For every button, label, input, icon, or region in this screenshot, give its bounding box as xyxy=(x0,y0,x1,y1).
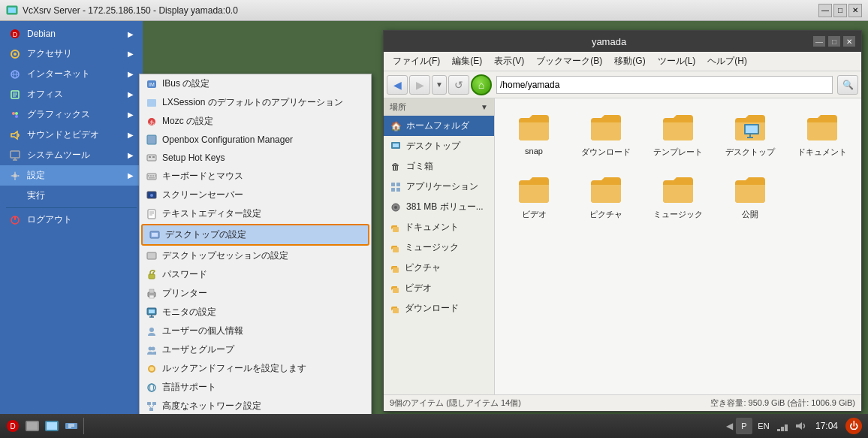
tray-icon-en[interactable]: EN xyxy=(755,418,772,434)
sidebar-item-accessory[interactable]: アクセサリ ▶ xyxy=(0,44,143,64)
menu-item-network[interactable]: 高度なネットワーク設定 xyxy=(140,397,371,415)
sidebar-item-systemtools[interactable]: システムツール ▶ xyxy=(0,145,143,165)
fm-search-button[interactable]: 🔍 xyxy=(837,75,858,95)
file-item-templates[interactable]: テンプレート xyxy=(645,104,711,161)
sidebar-item-logout[interactable]: ログアウト xyxy=(0,210,143,230)
menu-item-password[interactable]: パスワード xyxy=(140,265,371,284)
fm-sidebar-item-video[interactable]: ビデオ xyxy=(384,278,494,298)
menu-item-hotkeys[interactable]: Setup Hot Keys xyxy=(140,149,371,167)
menu-item-mozc[interactable]: あ Mozc の設定 xyxy=(140,112,371,131)
systemtools-arrow: ▶ xyxy=(128,151,134,159)
tray-icon-p[interactable]: P xyxy=(736,418,752,434)
fm-address-input[interactable] xyxy=(496,76,833,94)
fm-back-button[interactable]: ◀ xyxy=(387,75,408,95)
fm-menu-bookmarks[interactable]: ブックマーク(B) xyxy=(530,52,608,71)
fm-main: snap ダウンロード テンプレート xyxy=(495,98,861,394)
desktop-session-icon xyxy=(146,250,158,262)
menu-item-monitor[interactable]: モニタの設定 xyxy=(140,303,371,322)
fm-minimize-button[interactable]: — xyxy=(813,36,825,47)
svg-rect-86 xyxy=(393,267,399,273)
trash-sidebar-icon: 🗑 xyxy=(390,161,402,173)
menu-item-desktop-settings[interactable]: デスクトップの設定 xyxy=(141,224,369,246)
outer-minimize-button[interactable]: — xyxy=(818,4,832,17)
menu-item-desktop-session[interactable]: デスクトップセッションの設定 xyxy=(140,246,371,265)
sidebar-item-office[interactable]: オフィス ▶ xyxy=(0,84,143,104)
outer-close-button[interactable]: ✕ xyxy=(848,4,862,17)
context-menu: IM IBus の設定 LXSession のデフォルトのアプリケーション あ … xyxy=(139,74,372,435)
taskbar-icon-2[interactable] xyxy=(23,416,42,436)
file-item-public[interactable]: 公開 xyxy=(717,167,783,223)
menu-item-userinfo-label: ユーザーの個人情報 xyxy=(162,325,362,337)
svg-rect-81 xyxy=(396,188,400,192)
fm-maximize-button[interactable]: □ xyxy=(828,36,840,47)
menu-item-usergroup[interactable]: ユーザとグループ xyxy=(140,340,371,359)
taskbar-icon-3[interactable] xyxy=(42,416,62,436)
fm-sidebar-item-pictures[interactable]: ピクチャ xyxy=(384,258,494,278)
file-item-desktop[interactable]: デスクトップ xyxy=(717,104,783,161)
accessory-label: アクセサリ xyxy=(27,47,122,60)
fm-sidebar-header-arrow: ▼ xyxy=(481,103,488,111)
svg-rect-70 xyxy=(149,408,153,411)
fm-dropdown-button[interactable]: ▼ xyxy=(432,75,447,95)
file-item-pictures[interactable]: ピクチャ xyxy=(573,167,639,223)
fm-menu-file[interactable]: ファイル(F) xyxy=(387,52,446,71)
tray-icon-power[interactable]: ⏻ xyxy=(845,418,862,434)
sidebar-item-debian[interactable]: D Debian ▶ xyxy=(0,24,143,44)
menu-item-ibus[interactable]: IM IBus の設定 xyxy=(140,74,371,93)
fm-forward-button[interactable]: ▶ xyxy=(409,75,430,95)
svg-rect-58 xyxy=(149,310,155,313)
svg-point-45 xyxy=(150,194,153,197)
sidebar-item-graphics[interactable]: グラフィックス ▶ xyxy=(0,104,143,125)
menu-item-keyboard-label: キーボードとマウス xyxy=(162,170,362,183)
fm-sidebar-item-apps[interactable]: アプリケーション xyxy=(384,177,494,197)
taskbar-icon-4[interactable] xyxy=(62,416,81,436)
file-item-downloads[interactable]: ダウンロード xyxy=(573,104,639,161)
fm-sidebar-item-docs[interactable]: ドキュメント xyxy=(384,217,494,237)
fm-close-button[interactable]: ✕ xyxy=(843,36,855,47)
fm-sidebar-downloads-label: ダウンロード xyxy=(405,302,459,315)
menu-item-texteditor[interactable]: テキストエディター設定 xyxy=(140,204,371,223)
menu-item-userinfo[interactable]: ユーザーの個人情報 xyxy=(140,322,371,340)
graphics-arrow: ▶ xyxy=(128,110,134,119)
menu-item-keyboard[interactable]: キーボードとマウス xyxy=(140,167,371,186)
file-item-music[interactable]: ミュージック xyxy=(645,167,711,223)
fm-menu-view[interactable]: 表示(V) xyxy=(488,52,530,71)
file-item-snap[interactable]: snap xyxy=(501,104,567,161)
fm-sidebar-item-vol[interactable]: 381 MB ボリュー... xyxy=(384,197,494,217)
menu-item-openbox[interactable]: Openbox Configuration Manager xyxy=(140,131,371,149)
fm-menu-move[interactable]: 移動(G) xyxy=(608,52,651,71)
menu-item-screensaver[interactable]: スクリーンセーバー xyxy=(140,186,371,204)
file-item-video[interactable]: ビデオ xyxy=(501,167,567,223)
accessory-icon xyxy=(9,48,21,60)
fm-menu-tools[interactable]: ツール(L) xyxy=(652,52,702,71)
sidebar-item-settings[interactable]: 設定 ▶ xyxy=(0,165,143,186)
tray-icon-arrow-left[interactable]: ◀ xyxy=(726,421,733,431)
tray-icon-network[interactable] xyxy=(775,418,790,433)
outer-maximize-button[interactable]: □ xyxy=(833,4,847,17)
fm-sidebar-item-home[interactable]: 🏠 ホームフォルダ xyxy=(384,116,494,136)
fm-menu-help[interactable]: ヘルプ(H) xyxy=(701,52,753,71)
menu-item-printer[interactable]: プリンター xyxy=(140,284,371,303)
menu-item-language[interactable]: 言語サポート xyxy=(140,378,371,397)
fm-menu-edit[interactable]: 編集(E) xyxy=(446,52,488,71)
svg-text:あ: あ xyxy=(149,119,155,125)
fm-sidebar-item-downloads[interactable]: ダウンロード xyxy=(384,298,494,319)
sidebar-item-internet[interactable]: インターネット ▶ xyxy=(0,64,143,84)
tray-icon-volume[interactable] xyxy=(793,418,808,433)
taskbar-icon-1[interactable]: D xyxy=(3,416,23,436)
file-item-docs[interactable]: ドキュメント xyxy=(789,104,855,161)
fm-sidebar-item-music[interactable]: ミュージック xyxy=(384,237,494,258)
fm-sidebar-header[interactable]: 場所 ▼ xyxy=(384,98,494,116)
fm-sidebar-music-label: ミュージック xyxy=(405,241,459,254)
fm-sidebar-item-trash[interactable]: 🗑 ゴミ箱 xyxy=(384,156,494,177)
fm-sidebar-item-desktop[interactable]: デスクトップ xyxy=(384,136,494,156)
menu-item-lookfeel[interactable]: ルックアンドフィールを設定します xyxy=(140,359,371,378)
sidebar-item-sound[interactable]: サウンドとビデオ ▶ xyxy=(0,125,143,145)
desktop: ゴミ箱 ドキュメント D Debian ▶ アクセサリ ▶ xyxy=(0,21,868,438)
fm-reload-button[interactable]: ↺ xyxy=(448,75,469,95)
file-manager-window: yamada — □ ✕ ファイル(F) 編集(E) 表示(V) ブックマーク(… xyxy=(383,30,862,412)
keyboard-icon xyxy=(146,171,158,183)
menu-item-lxsession[interactable]: LXSession のデフォルトのアプリケーション xyxy=(140,93,371,112)
sidebar-item-run[interactable]: 実行 xyxy=(0,186,143,206)
fm-home-button[interactable]: ⌂ xyxy=(471,74,492,95)
